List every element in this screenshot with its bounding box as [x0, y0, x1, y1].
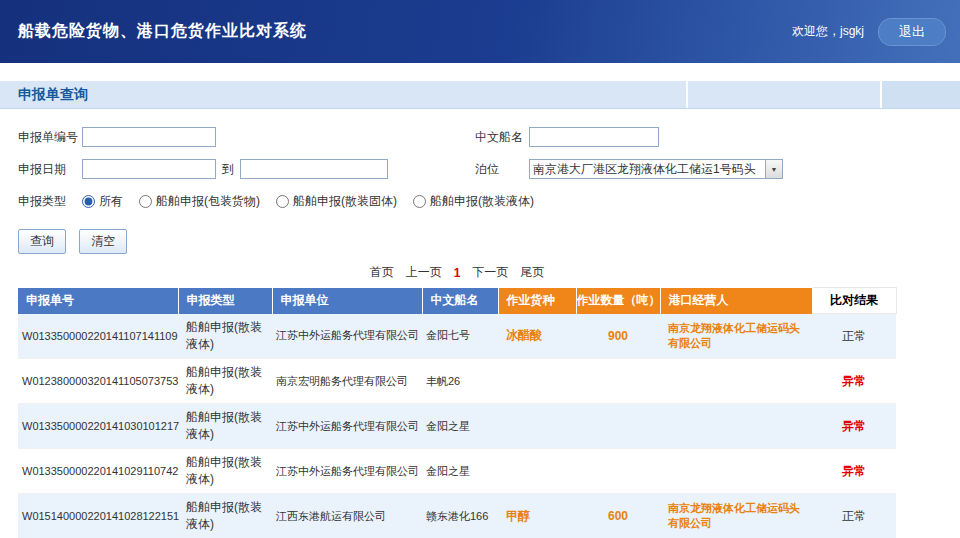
- radio-bulk-liquid-label: 船舶申报(散装液体): [430, 193, 534, 210]
- table-row: W015140000220141028122151 船舶申报(散装液体) 江西东…: [18, 494, 896, 538]
- ship-name-label: 中文船名: [475, 129, 529, 146]
- cell-declaration-no: W012380000320141105073753: [18, 359, 178, 404]
- radio-option-bulk-liquid[interactable]: 船舶申报(散装液体): [413, 193, 534, 210]
- cell-declaration-type: 船舶申报(散装液体): [178, 494, 272, 538]
- cell-cargo: 甲醇: [498, 494, 576, 538]
- cell-declaration-type: 船舶申报(散装液体): [178, 404, 272, 449]
- chevron-down-icon: ▼: [765, 160, 782, 178]
- cell-operator: [660, 404, 812, 449]
- radio-option-bulk-solid[interactable]: 船舶申报(散装固体): [276, 193, 397, 210]
- result-value: 正常: [812, 314, 896, 359]
- result-value: 正常: [812, 494, 896, 538]
- header-compare-result: 比对结果: [812, 288, 896, 314]
- cell-ship-name: 丰帆26: [422, 359, 498, 404]
- radio-all-label: 所有: [99, 193, 123, 210]
- cell-cargo: [498, 359, 576, 404]
- action-buttons: 查询 清空: [0, 217, 960, 254]
- radio-bulk-solid[interactable]: [276, 195, 289, 208]
- header-ship-name: 中文船名: [422, 288, 498, 314]
- ship-name-group: 中文船名: [475, 127, 659, 147]
- header-operator: 港口经营人: [660, 288, 812, 314]
- date-label: 申报日期: [18, 161, 82, 178]
- berth-select[interactable]: 南京港大厂港区龙翔液体化工储运1号码头 ▼: [529, 159, 783, 179]
- cell-cargo: [498, 404, 576, 449]
- table-header-row: 申报单号 申报类型 申报单位 中文船名 作业货种 作业数量（吨） 港口经营人 比…: [18, 288, 896, 314]
- radio-option-packaged[interactable]: 船舶申报(包装货物): [139, 193, 260, 210]
- table-row: W013350000220141029110742 船舶申报(散装液体) 江苏中…: [18, 449, 896, 494]
- pagination-current-page: 1: [454, 266, 461, 280]
- declaration-type-radios: 所有 船舶申报(包装货物) 船舶申报(散装固体) 船舶申报(散装液体): [82, 193, 550, 210]
- pagination-prev[interactable]: 上一页: [406, 264, 442, 281]
- cell-declaration-no: W013350000220141107141109: [18, 314, 178, 359]
- declaration-no-group: 申报单编号: [18, 127, 475, 147]
- cell-quantity: 600: [576, 494, 660, 538]
- cell-agent: 南京宏明船务代理有限公司: [272, 359, 422, 404]
- date-range-group: 申报日期 到: [18, 159, 475, 179]
- pagination-next[interactable]: 下一页: [472, 264, 508, 281]
- berth-label: 泊位: [475, 161, 529, 178]
- cell-ship-name: 金阳之星: [422, 404, 498, 449]
- result-value: 异常: [812, 404, 896, 449]
- radio-packaged-label: 船舶申报(包装货物): [156, 193, 260, 210]
- cell-agent: 江苏中外运船务代理有限公司: [272, 404, 422, 449]
- radio-bulk-solid-label: 船舶申报(散装固体): [293, 193, 397, 210]
- form-row-3: 申报类型 所有 船舶申报(包装货物) 船舶申报(散装固体) 船舶申报(散装液体): [18, 185, 960, 217]
- pagination-first[interactable]: 首页: [370, 264, 394, 281]
- pagination: 首页 上一页 1 下一页 尾页: [18, 264, 896, 281]
- table-row: W013350000220141107141109 船舶申报(散装液体) 江苏中…: [18, 314, 896, 359]
- radio-packaged[interactable]: [139, 195, 152, 208]
- cell-operator: 南京龙翔液体化工储运码头有限公司: [660, 494, 812, 538]
- cell-operator: [660, 359, 812, 404]
- table-row: W012380000320141105073753 船舶申报(散装液体) 南京宏…: [18, 359, 896, 404]
- radio-option-all[interactable]: 所有: [82, 193, 123, 210]
- result-value: 异常: [812, 449, 896, 494]
- declaration-no-label: 申报单编号: [18, 129, 82, 146]
- cell-cargo: [498, 449, 576, 494]
- berth-group: 泊位 南京港大厂港区龙翔液体化工储运1号码头 ▼: [475, 159, 783, 179]
- cell-quantity: [576, 449, 660, 494]
- cell-operator: 南京龙翔液体化工储运码头有限公司: [660, 314, 812, 359]
- header-declaration-type: 申报类型: [178, 288, 272, 314]
- cell-cargo: 冰醋酸: [498, 314, 576, 359]
- cell-declaration-no: W013350000220141030101217: [18, 404, 178, 449]
- cell-quantity: 900: [576, 314, 660, 359]
- header-declaration-no: 申报单号: [18, 288, 178, 314]
- declaration-type-label: 申报类型: [18, 193, 82, 210]
- cell-ship-name: 金阳之星: [422, 449, 498, 494]
- declaration-no-input[interactable]: [82, 127, 216, 147]
- date-to-input[interactable]: [240, 159, 388, 179]
- radio-bulk-liquid[interactable]: [413, 195, 426, 208]
- cell-agent: 江苏中外运船务代理有限公司: [272, 314, 422, 359]
- date-from-input[interactable]: [82, 159, 216, 179]
- cell-declaration-type: 船舶申报(散装液体): [178, 314, 272, 359]
- welcome-text: 欢迎您，jsgkj: [792, 23, 864, 40]
- query-button[interactable]: 查询: [18, 229, 66, 254]
- result-value: 异常: [812, 359, 896, 404]
- berth-select-value: 南京港大厂港区龙翔液体化工储运1号码头: [530, 161, 765, 178]
- radio-all[interactable]: [82, 195, 95, 208]
- query-form: 申报单编号 中文船名 申报日期 到 泊位 南京港大厂港区龙翔液体化工储运1号码头…: [0, 109, 960, 217]
- section-bar: 申报单查询: [0, 81, 960, 109]
- cell-declaration-no: W013350000220141029110742: [18, 449, 178, 494]
- cell-agent: 江西东港航运有限公司: [272, 494, 422, 538]
- date-to-label: 到: [222, 161, 234, 178]
- cell-ship-name: 金阳七号: [422, 314, 498, 359]
- cell-operator: [660, 449, 812, 494]
- header-cargo: 作业货种: [498, 288, 576, 314]
- cell-declaration-no: W015140000220141028122151: [18, 494, 178, 538]
- ship-name-input[interactable]: [529, 127, 659, 147]
- page-title: 申报单查询: [0, 86, 88, 104]
- cell-quantity: [576, 359, 660, 404]
- cell-declaration-type: 船舶申报(散装液体): [178, 449, 272, 494]
- form-row-1: 申报单编号 中文船名: [18, 121, 960, 153]
- cell-quantity: [576, 404, 660, 449]
- cell-agent: 江苏中外运船务代理有限公司: [272, 449, 422, 494]
- logout-button[interactable]: 退出: [878, 18, 946, 46]
- form-row-2: 申报日期 到 泊位 南京港大厂港区龙翔液体化工储运1号码头 ▼: [18, 153, 960, 185]
- results-table: 申报单号 申报类型 申报单位 中文船名 作业货种 作业数量（吨） 港口经营人 比…: [18, 287, 897, 538]
- header-quantity: 作业数量（吨）: [576, 288, 660, 314]
- table-row: W013350000220141030101217 船舶申报(散装液体) 江苏中…: [18, 404, 896, 449]
- pagination-last[interactable]: 尾页: [520, 264, 544, 281]
- clear-button[interactable]: 清空: [79, 229, 127, 254]
- app-header: 船载危险货物、港口危货作业比对系统 欢迎您，jsgkj 退出: [0, 0, 960, 63]
